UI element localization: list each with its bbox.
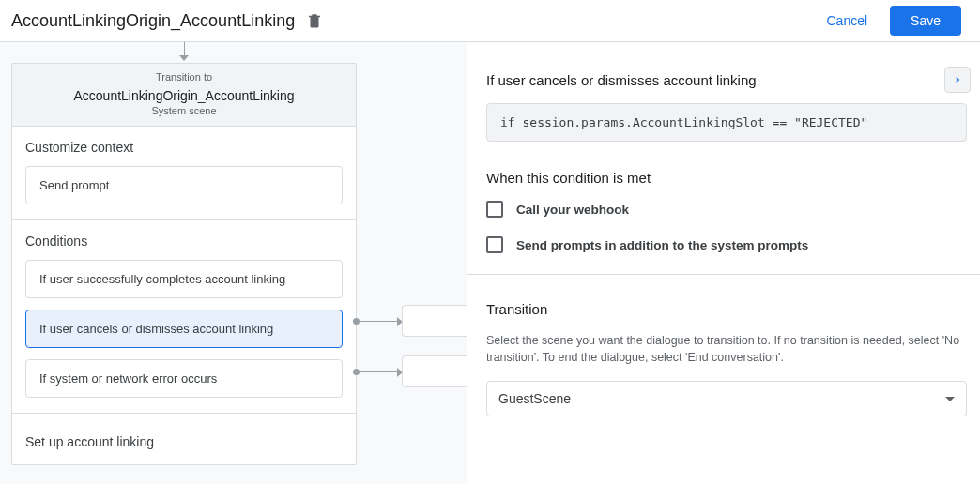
scene-header: Transition to AccountLinkingOrigin_Accou… (12, 64, 356, 127)
webhook-label: Call your webhook (516, 203, 629, 217)
scene-subtitle: System scene (22, 105, 346, 116)
setup-section: Set up account linking (12, 414, 356, 464)
header-bar: AccountLinkingOrigin_AccountLinking Canc… (0, 0, 980, 42)
transition-target-1 (402, 305, 467, 337)
prompts-checkbox[interactable] (486, 236, 503, 253)
detail-panel: If user cancels or dismisses account lin… (467, 67, 980, 416)
left-column: Transition to AccountLinkingOrigin_Accou… (0, 42, 467, 484)
transition-to-label: Transition to (22, 71, 346, 83)
transition-target-2 (402, 355, 467, 387)
scene-name: AccountLinkingOrigin_AccountLinking (22, 88, 346, 103)
trash-icon[interactable] (306, 12, 323, 29)
transition-title: Transition (486, 301, 967, 317)
incoming-transition-arrow (178, 42, 190, 63)
prompts-label: Send prompts in addition to the system p… (516, 238, 808, 252)
customize-section: Customize context Send prompt (12, 127, 356, 220)
page-title: AccountLinkingOrigin_AccountLinking (11, 11, 295, 31)
transition-select[interactable]: GuestScene (486, 381, 967, 416)
condition-item-cancel[interactable]: If user cancels or dismisses account lin… (25, 310, 343, 348)
webhook-checkbox[interactable] (486, 201, 503, 218)
save-button[interactable]: Save (890, 6, 961, 36)
customize-title: Customize context (25, 140, 343, 155)
transition-description: Select the scene you want the dialogue t… (486, 332, 967, 366)
detail-title: If user cancels or dismisses account lin… (486, 72, 757, 88)
check-row-prompts: Send prompts in addition to the system p… (486, 236, 967, 253)
check-row-webhook: Call your webhook (486, 201, 967, 218)
connector-1 (357, 321, 402, 322)
main-area: Transition to AccountLinkingOrigin_Accou… (0, 42, 980, 484)
scene-card: Transition to AccountLinkingOrigin_Accou… (11, 63, 357, 465)
cancel-button[interactable]: Cancel (811, 6, 882, 36)
condition-item-error[interactable]: If system or network error occurs (25, 359, 343, 398)
conditions-title: Conditions (25, 234, 343, 249)
setup-account-linking[interactable]: Set up account linking (25, 427, 343, 449)
connector-2 (357, 371, 402, 372)
send-prompt-chip[interactable]: Send prompt (25, 166, 343, 204)
dropdown-caret-icon (945, 397, 955, 401)
conditions-section: Conditions If user successfully complete… (12, 220, 356, 414)
condition-expression[interactable]: if session.params.AccountLinkingSlot == … (486, 103, 967, 142)
condition-item-complete[interactable]: If user successfully completes account l… (25, 260, 343, 298)
collapse-panel-button[interactable] (944, 67, 971, 93)
right-column: If user cancels or dismisses account lin… (467, 42, 980, 484)
section-divider (467, 274, 980, 275)
when-condition-title: When this condition is met (486, 170, 967, 186)
transition-select-value: GuestScene (498, 391, 571, 406)
